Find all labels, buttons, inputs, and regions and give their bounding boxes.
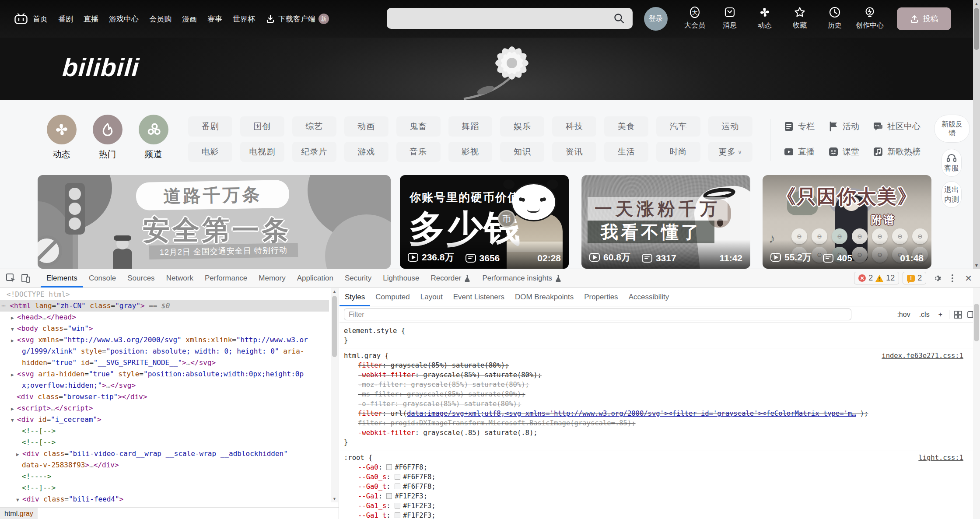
action-消息[interactable]: 消息 bbox=[712, 6, 747, 30]
category-汽车[interactable]: 汽车 bbox=[656, 116, 700, 137]
tab-performance-insights[interactable]: Performance insights bbox=[476, 269, 567, 288]
dom-tree-node[interactable]: ▶<script>…</script> bbox=[0, 403, 329, 414]
css-value-link[interactable]: data:image/svg+xml;utf8,<svg xmlns='http… bbox=[407, 410, 856, 417]
tab-sources[interactable]: Sources bbox=[122, 269, 160, 288]
nav-item-游戏中心[interactable]: 游戏中心 bbox=[109, 14, 139, 24]
search-input[interactable] bbox=[387, 8, 633, 29]
tab-elements[interactable]: Elements bbox=[41, 269, 83, 288]
scroll-down-arrow[interactable]: ▼ bbox=[331, 495, 338, 502]
dom-tree-node[interactable]: <!--]--> bbox=[0, 482, 329, 494]
dom-tree-node[interactable]: ▼<body class="win"> bbox=[0, 323, 329, 334]
dom-tree-node[interactable]: ▶<head>…</head> bbox=[0, 312, 329, 323]
color-swatch[interactable] bbox=[386, 464, 392, 470]
nav-item-会员购[interactable]: 会员购 bbox=[149, 14, 172, 24]
styles-tab-styles[interactable]: Styles bbox=[340, 288, 370, 306]
toggle-cls[interactable]: .cls bbox=[917, 310, 932, 319]
tab-lighthouse[interactable]: Lighthouse bbox=[377, 269, 425, 288]
nav-item-赛事[interactable]: 赛事 bbox=[207, 14, 222, 24]
nav-item-世界杯[interactable]: 世界杯 bbox=[233, 14, 255, 24]
issues-badge[interactable]: ! 2 bbox=[903, 272, 926, 284]
link-社区中心[interactable]: 社区中心 bbox=[872, 121, 920, 132]
styles-tab-properties[interactable]: Properties bbox=[579, 288, 623, 306]
category-影视[interactable]: 影视 bbox=[448, 142, 493, 162]
stylesheet-link[interactable]: index.fe63e271.css:1 bbox=[882, 351, 969, 361]
category-鬼畜[interactable]: 鬼畜 bbox=[396, 116, 441, 137]
action-收藏[interactable]: 收藏 bbox=[782, 6, 817, 30]
dom-tree-node[interactable]: ▼<div id="i_cecream"> bbox=[0, 414, 329, 425]
stylesheet-link[interactable]: light.css:1 bbox=[918, 453, 969, 463]
more-options-icon[interactable] bbox=[948, 273, 957, 284]
styles-tab-computed[interactable]: Computed bbox=[370, 288, 415, 306]
rendering-emulation-icon[interactable] bbox=[954, 310, 962, 319]
device-toolbar-icon[interactable] bbox=[18, 272, 33, 285]
action-创作中心[interactable]: 创作中心 bbox=[852, 6, 887, 30]
category-时尚[interactable]: 时尚 bbox=[656, 142, 700, 162]
new-style-rule-button[interactable]: + bbox=[936, 310, 945, 319]
css-property[interactable]: --Ga0_s: #F6F7F8; bbox=[344, 472, 969, 482]
feedback-button[interactable]: 新版反馈 bbox=[934, 115, 970, 143]
styles-filter-input[interactable] bbox=[344, 309, 851, 320]
dom-tree-node[interactable]: ▶<div class="bili-video-card__wrap __sca… bbox=[0, 448, 329, 459]
link-课堂[interactable]: 课堂 bbox=[828, 146, 859, 158]
scrollbar-thumb[interactable] bbox=[974, 304, 979, 341]
styles-tab-accessibility[interactable]: Accessibility bbox=[623, 288, 675, 306]
dom-tree-node[interactable]: <!----> bbox=[0, 471, 329, 482]
dom-tree-node[interactable]: ▼<div class="bili-feed4"> bbox=[0, 494, 329, 505]
tab-security[interactable]: Security bbox=[339, 269, 377, 288]
dom-tree-node[interactable]: hidden="true" id="__SVG_SPRITE_NODE__">…… bbox=[0, 357, 329, 368]
category-科技[interactable]: 科技 bbox=[552, 116, 596, 137]
tab-recorder[interactable]: Recorder bbox=[425, 269, 477, 288]
link-新歌热榜[interactable]: 新歌热榜 bbox=[872, 146, 920, 158]
category-知识[interactable]: 知识 bbox=[500, 142, 544, 162]
color-swatch[interactable] bbox=[395, 503, 400, 508]
nav-item-漫画[interactable]: 漫画 bbox=[182, 14, 197, 24]
scrollbar-thumb[interactable] bbox=[332, 296, 337, 357]
nav-item-番剧[interactable]: 番剧 bbox=[58, 14, 73, 24]
css-property[interactable]: -moz-filter: grayscale(85%) saturate(80%… bbox=[344, 380, 969, 389]
breadcrumb-html-gray[interactable]: html.gray bbox=[0, 508, 38, 519]
dom-tree-node[interactable]: <!--[--> bbox=[0, 437, 329, 448]
category-美食[interactable]: 美食 bbox=[604, 116, 648, 137]
toggle-hov[interactable]: :hov bbox=[895, 310, 912, 319]
tab-memory[interactable]: Memory bbox=[253, 269, 291, 288]
exit-beta-button[interactable]: 退出 内测 bbox=[942, 181, 962, 208]
header-banner[interactable]: bilibili bbox=[0, 38, 980, 100]
tab-performance[interactable]: Performance bbox=[199, 269, 253, 288]
styles-tab-dom-breakpoints[interactable]: DOM Breakpoints bbox=[510, 288, 579, 306]
category-生活[interactable]: 生活 bbox=[604, 142, 648, 162]
styles-scrollbar[interactable] bbox=[973, 288, 980, 519]
css-property[interactable]: -webkit-filter: grayscale(.85) saturate(… bbox=[344, 428, 969, 438]
expand-arrow-icon[interactable]: ▶ bbox=[11, 403, 17, 415]
dom-tree-node[interactable]: x;overflow:hidden;">…</svg> bbox=[0, 380, 329, 391]
rule-selector[interactable]: :root { bbox=[344, 453, 372, 463]
css-property[interactable]: filter: progid:DXImageTransform.Microsof… bbox=[344, 418, 969, 428]
category-舞蹈[interactable]: 舞蹈 bbox=[448, 116, 493, 137]
dom-tree-node[interactable]: data-v-25838f93>…</div> bbox=[0, 459, 329, 471]
video-card[interactable]: 你账号里的硬币价值 多少钱 币 236.8万 3656 02:28 bbox=[400, 175, 569, 269]
css-property[interactable]: --Ga1: #F1F2F3; bbox=[344, 491, 969, 501]
collapse-arrow-icon[interactable]: ▼ bbox=[11, 324, 17, 335]
activity-banner-card[interactable]: 道路千万条 安全第一条 12月2日 全国交通安全日 特别行动 bbox=[38, 175, 391, 269]
category-more[interactable]: 更多∨ bbox=[708, 142, 752, 162]
css-property[interactable]: --Ga1_s: #F1F2F3; bbox=[344, 501, 969, 511]
customer-service-button[interactable]: 客服 bbox=[942, 149, 962, 177]
link-直播[interactable]: 直播 bbox=[783, 146, 815, 158]
settings-gear-icon[interactable] bbox=[930, 272, 945, 285]
dom-tree-node[interactable]: ▶<svg aria-hidden="true" style="position… bbox=[0, 368, 329, 380]
tab-console[interactable]: Console bbox=[83, 269, 122, 288]
category-音乐[interactable]: 音乐 bbox=[396, 142, 441, 162]
inspect-element-icon[interactable] bbox=[4, 272, 18, 285]
close-devtools-icon[interactable]: ✕ bbox=[960, 273, 976, 284]
styles-tab-event-listeners[interactable]: Event Listeners bbox=[448, 288, 510, 306]
color-swatch[interactable] bbox=[386, 493, 392, 499]
scroll-up-arrow[interactable]: ▲ bbox=[973, 0, 980, 7]
collapse-arrow-icon[interactable]: ▼ bbox=[11, 415, 17, 426]
category-纪录片[interactable]: 纪录片 bbox=[292, 142, 336, 162]
search-icon[interactable] bbox=[613, 13, 625, 24]
category-动画[interactable]: 动画 bbox=[344, 116, 388, 137]
category-国创[interactable]: 国创 bbox=[240, 116, 284, 137]
category-电视剧[interactable]: 电视剧 bbox=[240, 142, 284, 162]
action-动态[interactable]: 动态 bbox=[747, 6, 782, 30]
expand-arrow-icon[interactable]: ▶ bbox=[11, 312, 17, 324]
elements-scrollbar[interactable]: ▲ ▼ bbox=[331, 288, 338, 502]
